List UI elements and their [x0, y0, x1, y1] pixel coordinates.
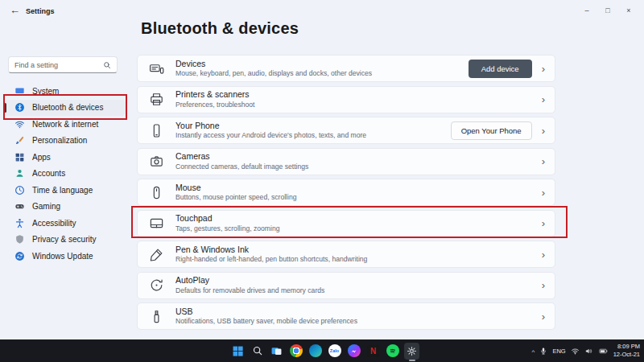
sidebar-item-label: Accessibility — [32, 219, 76, 228]
taskbar-search-button[interactable] — [250, 343, 265, 360]
row-title: Devices — [175, 59, 469, 70]
row-title: Cameras — [175, 151, 532, 162]
mouse-icon — [149, 185, 164, 200]
row-subtitle: Buttons, mouse pointer speed, scrolling — [175, 193, 532, 202]
chevron-right-icon: › — [542, 249, 545, 260]
page-title: Bluetooth & devices — [141, 19, 299, 38]
window-controls: – □ × — [576, 0, 639, 21]
main-content: Bluetooth & devices Devices Mouse, keybo… — [129, 23, 644, 339]
highlight-box-bluetooth-devices — [3, 94, 127, 120]
sidebar-item-label: Privacy & security — [32, 235, 96, 244]
sidebar-item-label: Network & internet — [32, 120, 98, 129]
back-icon[interactable]: ← — [10, 4, 20, 16]
netflix-button[interactable]: N — [365, 343, 381, 360]
search-icon — [252, 345, 263, 356]
minimize-button[interactable]: – — [576, 6, 597, 14]
sidebar-item-gaming[interactable]: Gaming — [4, 199, 126, 216]
sidebar-item-label: Apps — [32, 153, 51, 162]
hidden-icons-chevron[interactable]: ^ — [532, 348, 535, 356]
task-view-button[interactable] — [269, 343, 284, 360]
search-placeholder: Find a setting — [14, 61, 103, 69]
printer-icon — [149, 92, 164, 107]
sidebar-item-label: Personalization — [32, 136, 87, 145]
chevron-right-icon: › — [542, 125, 545, 136]
settings-row-your-phone[interactable]: Your Phone Instantly access your Android… — [137, 117, 555, 144]
accessibility-icon — [14, 217, 25, 228]
messenger-button[interactable] — [346, 343, 361, 360]
row-subtitle: Instantly access your Android device's p… — [175, 131, 451, 140]
zalo-label: Zalo — [330, 348, 339, 353]
start-button[interactable] — [230, 343, 246, 360]
chevron-right-icon: › — [542, 94, 545, 105]
row-subtitle: Notifications, USB battery saver, mobile… — [175, 317, 532, 326]
sidebar-item-accounts[interactable]: Accounts — [4, 166, 126, 183]
chevron-right-icon: › — [542, 187, 545, 198]
search-input[interactable]: Find a setting — [8, 56, 118, 73]
settings-row-printers-scanners[interactable]: Printers & scanners Preferences, trouble… — [137, 86, 555, 113]
sidebar-item-apps[interactable]: Apps — [4, 149, 126, 166]
row-title: USB — [175, 306, 532, 318]
zalo-icon: Zalo — [328, 344, 341, 357]
running-app-indicator — [409, 360, 415, 361]
row-subtitle: Connected cameras, default image setting… — [175, 162, 532, 171]
gamepad-icon — [14, 201, 25, 212]
gear-icon — [407, 346, 417, 356]
brush-icon — [14, 135, 25, 146]
sidebar-item-time-language[interactable]: Time & language — [4, 182, 126, 199]
wifi-tray-icon[interactable] — [571, 347, 580, 356]
sidebar-item-privacy-security[interactable]: Privacy & security — [4, 232, 126, 249]
sidebar-item-label: Gaming — [32, 202, 60, 211]
autoplay-icon — [149, 278, 164, 293]
chevron-right-icon: › — [542, 156, 545, 167]
sidebar-item-windows-update[interactable]: Windows Update — [4, 248, 126, 265]
battery-icon[interactable] — [598, 347, 609, 356]
settings-row-autoplay[interactable]: AutoPlay Defaults for removable drives a… — [137, 272, 555, 299]
spotify-button[interactable] — [385, 343, 400, 360]
settings-row-pen-windows-ink[interactable]: Pen & Windows Ink Right-handed or left-h… — [137, 241, 555, 268]
settings-row-usb[interactable]: USB Notifications, USB battery saver, mo… — [137, 302, 555, 330]
taskbar-center: Zalo N — [230, 339, 419, 362]
sidebar-item-label: Time & language — [32, 186, 93, 195]
clock-time: 8:09 PM — [613, 343, 640, 351]
open-your-phone-button[interactable]: Open Your Phone — [451, 121, 532, 140]
edge-button[interactable] — [308, 343, 323, 360]
settings-row-mouse[interactable]: Mouse Buttons, mouse pointer speed, scro… — [137, 179, 555, 206]
clock[interactable]: 8:09 PM 12-Oct-21 — [613, 343, 640, 359]
highlight-box-touchpad — [131, 206, 568, 238]
chevron-right-icon: › — [542, 64, 545, 74]
search-icon — [103, 61, 111, 69]
pen-icon — [149, 247, 164, 262]
chrome-button[interactable] — [288, 343, 303, 360]
devices-icon — [149, 61, 164, 76]
add-device-button[interactable]: Add device — [469, 60, 532, 78]
clock-icon — [14, 184, 25, 195]
titlebar: ← Settings – □ × — [0, 0, 644, 23]
sidebar-item-personalization[interactable]: Personalization — [4, 133, 126, 150]
row-title: Your Phone — [175, 121, 451, 132]
settings-sidebar: Find a setting System Bluetooth & device… — [0, 23, 129, 339]
settings-rows: Devices Mouse, keyboard, pen, audio, dis… — [137, 55, 555, 334]
volume-icon[interactable] — [584, 347, 593, 356]
taskbar: Zalo N ^ ENG 8:09 PM 12-Oct-21 — [0, 339, 644, 362]
update-icon — [14, 250, 25, 261]
camera-icon — [149, 154, 164, 169]
clock-date: 12-Oct-21 — [613, 351, 640, 359]
sidebar-item-accessibility[interactable]: Accessibility — [4, 215, 126, 232]
zalo-button[interactable]: Zalo — [327, 343, 342, 360]
row-subtitle: Defaults for removable drives and memory… — [175, 286, 532, 295]
maximize-button[interactable]: □ — [597, 6, 618, 14]
close-button[interactable]: × — [618, 6, 639, 14]
chevron-right-icon: › — [542, 280, 545, 290]
wifi-icon — [14, 118, 25, 130]
apps-grid-icon — [14, 151, 25, 162]
row-title: Printers & scanners — [175, 89, 532, 101]
settings-app-button[interactable] — [404, 343, 419, 360]
usb-icon — [149, 309, 164, 324]
settings-row-cameras[interactable]: Cameras Connected cameras, default image… — [137, 148, 555, 175]
app-title: Settings — [26, 7, 55, 15]
shield-icon — [14, 234, 25, 245]
language-indicator[interactable]: ENG — [552, 348, 565, 355]
settings-row-devices[interactable]: Devices Mouse, keyboard, pen, audio, dis… — [137, 55, 555, 82]
microphone-icon[interactable] — [539, 347, 547, 356]
netflix-icon: N — [367, 345, 379, 357]
